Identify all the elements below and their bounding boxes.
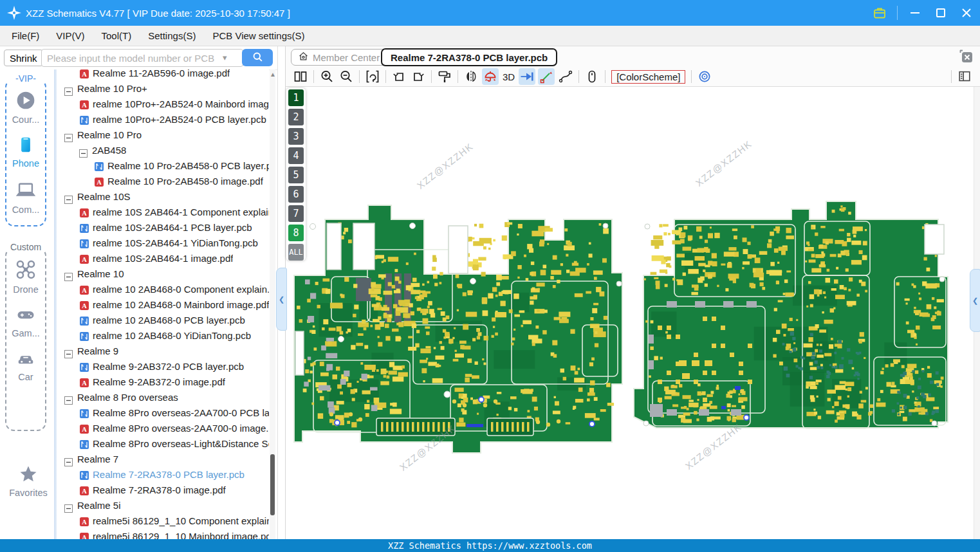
expander-icon[interactable] [79, 147, 88, 155]
expander-icon[interactable] [64, 394, 73, 402]
tree-file[interactable]: Arealme 10S 2AB464-1 Component explain.p… [57, 205, 269, 220]
sidebar-item-phone[interactable]: Phone [6, 135, 45, 169]
briefcase-icon[interactable] [871, 5, 888, 21]
panel-toggle-icon[interactable] [957, 69, 972, 84]
layer-button-2[interactable]: 2 [288, 109, 304, 125]
tree-file[interactable]: Realme 7-2RA378-0 PCB layer.pcb [57, 467, 269, 483]
tree-file[interactable]: realme 10S-2AB464-1 YiDianTong.pcb [57, 235, 269, 251]
split-view-icon[interactable] [292, 68, 309, 85]
tree-scrollbar[interactable]: ▲ [270, 69, 275, 539]
tree-file[interactable]: Realme 10 Pro-2AB458-0 PCB layer.pcb [57, 158, 269, 174]
zoom-out-icon[interactable] [338, 68, 355, 85]
document-tab[interactable]: Realme 7-2RA378-0 PCB layer.pcb [381, 48, 557, 66]
sidebar-item-gam[interactable]: Gam... [6, 305, 45, 338]
tree-folder[interactable]: Realme 5i [57, 498, 269, 513]
step-arrow-icon[interactable] [519, 68, 535, 85]
menu-item-4[interactable]: PCB View settings(S) [212, 30, 304, 41]
tree-folder[interactable]: Realme 10 [57, 266, 269, 282]
tree-file[interactable]: Realme 9-2AB372-0 PCB layer.pcb [57, 359, 269, 374]
tree-collapse-handle[interactable]: ❮ [276, 268, 287, 331]
sidebar-item-cour[interactable]: Cour... [6, 90, 45, 125]
tree-file[interactable]: Arealme 10S-2AB464-1 image.pdf [57, 251, 269, 266]
tree-file[interactable]: ARealme 9-2AB372-0 image.pdf [57, 374, 269, 390]
tree-folder[interactable]: Realme 7 [57, 452, 269, 467]
curve-icon[interactable] [557, 68, 574, 85]
layer-button-6[interactable]: 6 [288, 186, 304, 203]
maximize-icon[interactable] [932, 5, 949, 21]
tree-file[interactable]: Arealme 10 2AB468-0 Component explain.pd… [57, 282, 269, 297]
tree-folder[interactable]: Realme 10 Pro [57, 127, 269, 143]
expander-icon[interactable] [64, 193, 73, 201]
layer-button-4[interactable]: 4 [288, 147, 304, 164]
menu-item-3[interactable]: Settings(S) [148, 30, 196, 41]
chevron-up-icon[interactable]: ▲ [270, 71, 275, 78]
layer-button-3[interactable]: 3 [288, 128, 304, 145]
tree-folder[interactable]: Realme 9 [57, 344, 269, 359]
expander-icon[interactable] [64, 270, 73, 279]
layer-button-8[interactable]: 8 [288, 225, 304, 241]
menu-item-2[interactable]: Tool(T) [102, 30, 132, 41]
vip-section: -VIP- Cour...PhoneCom... [5, 78, 46, 226]
close-all-icon[interactable] [958, 49, 974, 64]
tree-scrollbar-thumb[interactable] [270, 454, 275, 515]
tree-file[interactable]: Arealme 10 2AB468-0 Mainbord image.pdf [57, 297, 269, 313]
svg-text:XZZ@XZZHK: XZZ@XZZHK [694, 138, 754, 189]
tree-file[interactable]: Arealme5i 86129_1_10 Component explain.p… [57, 513, 269, 529]
expander-icon[interactable] [64, 131, 73, 140]
tree-file[interactable]: ARealme 11-2AB596-0 image.pdf [57, 68, 269, 81]
layer-button-5[interactable]: 5 [288, 167, 304, 183]
sidebar-item-car[interactable]: Car [6, 349, 45, 382]
tree-folder[interactable]: Realme 10S [57, 189, 269, 205]
tree-file[interactable]: Arealme 10Pro+-2AB524-0 Mainbord image.p… [57, 97, 269, 112]
pdf-icon: A [79, 423, 89, 434]
close-icon[interactable] [958, 5, 975, 21]
pcb-canvas[interactable]: XZZ@XZZHKXZZ@XZZHKXZZ@XZZHKXZZ@XZZHK [286, 87, 980, 539]
tree-file[interactable]: ARealme 8Pro overseas-2AA700-0 image.pdf [57, 421, 269, 436]
layer-button-1[interactable]: 1 [288, 89, 304, 106]
lamp-icon[interactable] [482, 68, 499, 85]
sidebar-item-favorites[interactable]: Favorites [5, 465, 51, 498]
menu-item-0[interactable]: File(F) [12, 30, 39, 41]
tree-item-label: Realme 8 Pro overseas [77, 390, 178, 405]
menu-item-1[interactable]: VIP(V) [56, 30, 84, 41]
refresh-icon[interactable] [364, 68, 381, 85]
tree-file[interactable]: Realme 8Pro overseas-Light&Distance Sens… [57, 436, 269, 452]
tree-file[interactable]: Arealme5i 86129_1_10 Mainbord image.pdf [57, 529, 269, 539]
measure-pen-icon[interactable] [538, 68, 555, 85]
tree-file[interactable]: realme 10Pro+-2AB524-0 PCB layer.pcb [57, 112, 269, 127]
expander-icon[interactable] [64, 502, 73, 510]
mirror-flip-icon[interactable] [463, 68, 479, 85]
paint-roller-icon[interactable] [436, 68, 453, 85]
search-input[interactable] [41, 49, 243, 67]
mouse-icon[interactable] [584, 68, 600, 85]
eye-icon[interactable] [696, 68, 713, 85]
layer-button-7[interactable]: 7 [288, 205, 304, 222]
chevron-down-icon[interactable]: ▾ [223, 53, 227, 62]
zoom-in-icon[interactable] [319, 68, 335, 85]
tree-folder[interactable]: Realme 10 Pro+ [57, 81, 269, 97]
tree-folder[interactable]: 2AB458 [57, 143, 269, 158]
statusbar: XZZ Schematics https://www.xzztools.com [0, 539, 980, 552]
tree-file[interactable]: ARealme 7-2RA378-0 image.pdf [57, 483, 269, 498]
expander-icon[interactable] [64, 347, 73, 356]
tree-file[interactable]: Realme 8Pro overseas-2AA700-0 PCB layer.… [57, 405, 269, 421]
sidebar-item-com[interactable]: Com... [6, 179, 45, 215]
tree-file[interactable]: realme 10 2AB468-0 YiDianTong.pcb [57, 328, 269, 344]
search-button[interactable] [242, 49, 273, 66]
tree-file[interactable]: realme 10S-2AB464-1 PCB layer.pcb [57, 220, 269, 235]
tree-file[interactable]: realme 10 2AB468-0 PCB layer.pcb [57, 313, 269, 328]
rotate-left-icon[interactable] [391, 68, 407, 85]
tree-file[interactable]: ARealme 10 Pro-2AB458-0 image.pdf [57, 174, 269, 189]
right-panel-handle[interactable]: ❮ [970, 269, 980, 332]
layer-button-all[interactable]: ALL [288, 244, 304, 261]
colorscheme-button[interactable]: [ColorScheme] [611, 70, 685, 84]
expander-icon[interactable] [64, 455, 73, 464]
rotate-right-icon[interactable] [410, 68, 427, 85]
3d-toggle[interactable]: 3D [503, 71, 515, 82]
expander-icon[interactable] [64, 85, 73, 93]
shrink-button[interactable]: Shrink [4, 50, 43, 66]
member-center-button[interactable]: Member Center [291, 49, 387, 66]
tree-folder[interactable]: Realme 8 Pro overseas [57, 390, 269, 405]
minimize-icon[interactable] [907, 5, 923, 21]
sidebar-item-drone[interactable]: Drone [6, 259, 45, 295]
